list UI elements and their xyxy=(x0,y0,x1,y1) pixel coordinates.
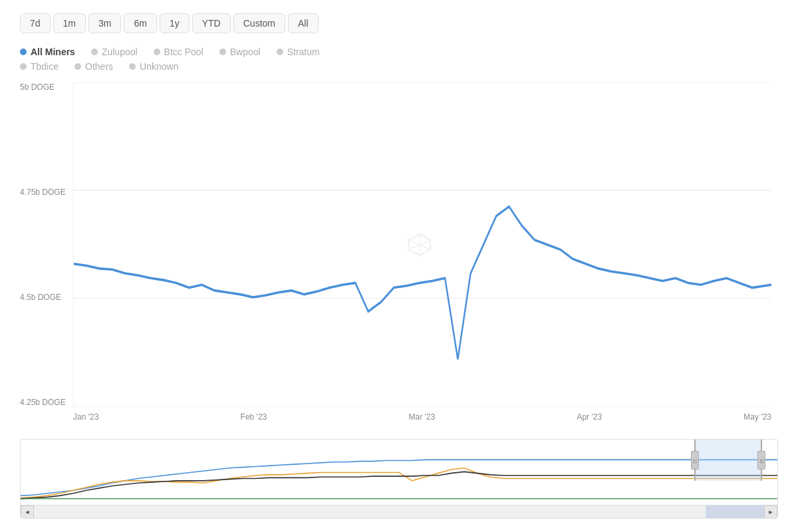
legend-item-zulupool[interactable]: Zulupool xyxy=(91,47,138,57)
time-btn-6m[interactable]: 6m xyxy=(124,13,156,33)
navigator-scrollbar: ◄ ► xyxy=(21,505,777,518)
legend-dot-unknown xyxy=(129,63,136,70)
main-chart: 5b DOGE4.75b DOGE4.5b DOGE4.25b DOGE xyxy=(20,82,778,434)
chart-legend: All MinersZulupoolBtcc PoolBwpoolStratum… xyxy=(20,47,778,72)
legend-label: Btcc Pool xyxy=(164,47,203,57)
x-axis-label: Jan '23 xyxy=(73,412,98,422)
nav-handle-right[interactable]: ||| xyxy=(757,451,765,469)
scroll-left-btn[interactable]: ◄ xyxy=(21,505,34,519)
main-container: 7d1m3m6m1yYTDCustomAll All MinersZulupoo… xyxy=(0,0,798,532)
scroll-track xyxy=(34,505,764,518)
legend-dot-btcc-pool xyxy=(154,49,160,55)
nav-selection: ||| ||| xyxy=(694,440,762,481)
chart-plot-area xyxy=(73,82,771,407)
time-btn-3m[interactable]: 3m xyxy=(88,13,121,33)
legend-label: Tbdice xyxy=(31,61,59,72)
legend-dot-others xyxy=(74,63,81,70)
legend-item-all-miners[interactable]: All Miners xyxy=(20,47,75,57)
legend-item-unknown[interactable]: Unknown xyxy=(129,61,178,72)
time-range-selector: 7d1m3m6m1yYTDCustomAll xyxy=(20,13,778,33)
time-btn-1m[interactable]: 1m xyxy=(53,13,86,33)
time-btn-1y[interactable]: 1y xyxy=(160,13,190,33)
legend-dot-bwpool xyxy=(219,49,226,55)
time-btn-7d[interactable]: 7d xyxy=(20,13,51,33)
x-axis: Jan '23Feb '23Mar '23Apr '23May '23 xyxy=(73,407,771,434)
y-axis-label: 4.75b DOGE xyxy=(20,188,73,197)
legend-label: Stratum xyxy=(287,47,320,57)
legend-label: Zulupool xyxy=(102,47,138,57)
legend-item-tbdice[interactable]: Tbdice xyxy=(20,61,59,72)
legend-item-btcc-pool[interactable]: Btcc Pool xyxy=(154,47,203,57)
y-axis-label: 4.5b DOGE xyxy=(20,293,73,302)
scroll-thumb xyxy=(706,505,764,518)
legend-dot-stratum xyxy=(277,49,283,55)
legend-item-bwpool[interactable]: Bwpool xyxy=(219,47,261,57)
legend-label: Bwpool xyxy=(230,47,261,57)
nav-handle-left[interactable]: ||| xyxy=(691,451,699,469)
time-btn-ytd[interactable]: YTD xyxy=(192,13,231,33)
x-axis-label: May '23 xyxy=(743,412,771,422)
legend-label: Others xyxy=(85,61,113,72)
legend-dot-all-miners xyxy=(20,49,27,55)
time-btn-all[interactable]: All xyxy=(288,13,319,33)
x-axis-label: Apr '23 xyxy=(577,412,602,422)
y-axis-label: 5b DOGE xyxy=(20,82,73,92)
time-btn-custom[interactable]: Custom xyxy=(233,13,285,33)
scroll-right-btn[interactable]: ► xyxy=(764,505,777,519)
legend-item-others[interactable]: Others xyxy=(74,61,113,72)
navigator-inner: ||| ||| xyxy=(21,440,777,499)
legend-label: All Miners xyxy=(31,47,75,57)
legend-dot-tbdice xyxy=(20,63,27,70)
navigator: ||| ||| 20152020 ◄ ► xyxy=(20,439,778,519)
y-axis-label: 4.25b DOGE xyxy=(20,398,73,407)
y-axis: 5b DOGE4.75b DOGE4.5b DOGE4.25b DOGE xyxy=(20,82,73,407)
x-axis-label: Mar '23 xyxy=(409,412,436,422)
x-axis-label: Feb '23 xyxy=(241,412,267,422)
chart-wrapper: 5b DOGE4.75b DOGE4.5b DOGE4.25b DOGE xyxy=(20,82,778,519)
legend-label: Unknown xyxy=(140,61,178,72)
legend-item-stratum[interactable]: Stratum xyxy=(277,47,320,57)
legend-dot-zulupool xyxy=(91,49,98,55)
